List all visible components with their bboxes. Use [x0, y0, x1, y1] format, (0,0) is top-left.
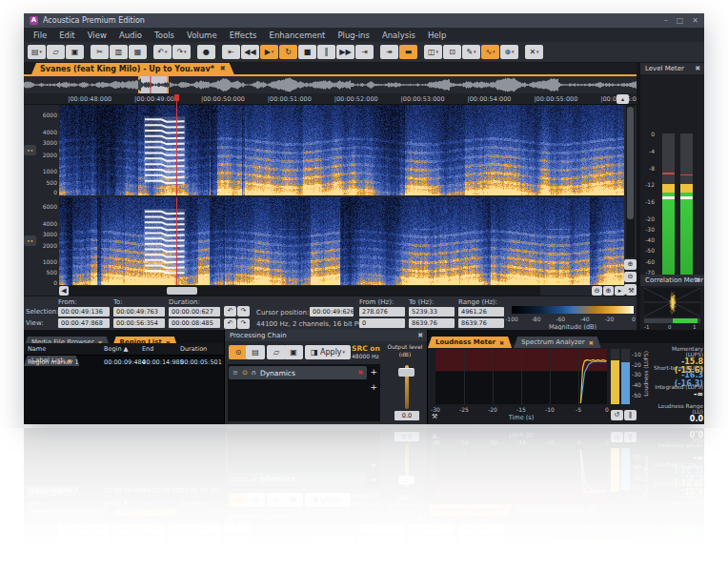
column-header-end[interactable]: End [142, 345, 153, 353]
processing-chain-close-icon[interactable]: ✖ [417, 330, 423, 341]
close-button[interactable]: ✕ [692, 13, 698, 28]
add-effect-button-2[interactable]: + [370, 382, 377, 392]
harmonic-select-tool-button[interactable]: ∿▾ [481, 45, 499, 59]
selection-to-field[interactable]: 00:00:49:763 [113, 307, 165, 317]
drag-handle-icon[interactable]: ≡ [233, 369, 238, 377]
fast-forward-button[interactable]: ▶▶ [336, 45, 354, 59]
channel-1-button[interactable]: •• [24, 145, 36, 155]
menu-view[interactable]: View [88, 31, 107, 40]
view-to-field[interactable]: 00:00:56:354 [113, 318, 165, 328]
minimize-button[interactable]: – [664, 13, 668, 28]
output-level-slider-handle[interactable] [398, 368, 415, 377]
open-file-button[interactable]: ▱ [47, 45, 65, 59]
view-redo-button[interactable]: ↷ [237, 318, 250, 329]
horizontal-scrollbar[interactable] [70, 286, 540, 296]
view-range-hz-field[interactable]: 8639.76 [458, 318, 504, 328]
view-from-field[interactable]: 00:00:47:868 [58, 318, 110, 328]
skip-start-button[interactable]: ⇤ [222, 45, 240, 59]
tab-close-icon[interactable]: ✖ [499, 339, 504, 346]
new-file-dropdown-icon[interactable]: ▾ [40, 50, 43, 54]
apply-button[interactable]: ◨ Apply▾ [305, 345, 351, 359]
column-header-begin[interactable]: Begin ▲ [104, 345, 129, 353]
loudness-pause-button[interactable]: ‖ [624, 410, 637, 420]
tab-close-icon[interactable]: ✖ [589, 339, 594, 346]
redo-dropdown-icon[interactable]: ▾ [184, 50, 187, 54]
waveform-overview[interactable] [24, 76, 637, 93]
ruler-options-button[interactable]: ▴ [617, 94, 629, 104]
correlation-meter-close-icon[interactable]: ✖ [695, 275, 700, 286]
scroll-left-button[interactable]: ◀ [59, 286, 69, 296]
selection-from-field[interactable]: 00:00:49:136 [58, 307, 110, 317]
zoom-tool-button[interactable]: ⊕▾ [500, 45, 518, 59]
tab-spectrum-analyzer[interactable]: Spectrum Analyzer✖ [514, 337, 601, 348]
selection-undo-button[interactable]: ↶ [224, 306, 236, 317]
menu-tools[interactable]: Tools [154, 31, 174, 40]
menu-edit[interactable]: Edit [59, 31, 74, 40]
menu-volume[interactable]: Volume [187, 31, 217, 40]
time-select-tool-button[interactable]: ◫▾ [424, 45, 442, 59]
menu-effects[interactable]: Effects [230, 31, 257, 40]
stop-button[interactable]: ■ [298, 45, 316, 59]
scroll-right-button[interactable]: ▸ [615, 286, 625, 296]
tab-loudness-meter[interactable]: Loudness Meter✖ [428, 337, 512, 348]
cursor-position-field[interactable]: 00:00:49:626 [310, 307, 354, 317]
view-from-hz-field[interactable]: 0 [359, 318, 405, 328]
maximize-button[interactable]: □ [677, 13, 684, 28]
output-level-value[interactable]: 0.0 [394, 411, 419, 420]
column-header-name[interactable]: Name [28, 345, 46, 353]
loudness-reset-button[interactable]: ↺ [611, 410, 623, 420]
spectrogram-channel-2[interactable] [59, 197, 624, 285]
range-hz-field[interactable]: 4961.26 [458, 307, 504, 317]
menu-help[interactable]: Help [428, 31, 446, 40]
playhead-cursor-flag[interactable] [174, 94, 179, 101]
paste-button[interactable]: ▦ [129, 45, 147, 59]
view-duration-field[interactable]: 00:00:08:485 [169, 318, 220, 328]
add-effect-button[interactable]: + [370, 367, 377, 377]
play-button[interactable]: ▶▾ [260, 45, 278, 59]
undo-dropdown-icon[interactable]: ▾ [165, 50, 168, 54]
multi-tool-dropdown-icon[interactable]: ▾ [536, 50, 539, 54]
selection-redo-button[interactable]: ↷ [237, 306, 250, 317]
tab-close-icon[interactable]: ✖ [220, 65, 226, 72]
level-meter-close-icon[interactable]: ✖ [695, 63, 700, 74]
region-cell[interactable]: 00:00:14:985 [142, 358, 184, 366]
spectral-view-button[interactable]: ▬ [399, 45, 417, 59]
redo-button[interactable]: ↷▾ [172, 45, 191, 59]
channel-2-button[interactable]: •• [24, 235, 36, 246]
document-tab[interactable]: Svanes (feat King Milo) - Up to You.wav*… [31, 63, 234, 74]
effect-power-icon[interactable]: ⊙ [242, 369, 248, 377]
play-dropdown-icon[interactable]: ▾ [272, 50, 274, 54]
loudness-wrench-icon[interactable]: ⚒ [432, 413, 437, 420]
spectrogram-settings-wrench-icon[interactable]: ⚒ [626, 286, 637, 296]
spectrogram-channel-1[interactable] [59, 105, 624, 195]
new-file-button[interactable]: ▤▾ [28, 45, 46, 59]
selection-duration-field[interactable]: 00:00:00:627 [169, 307, 220, 317]
draw-tool-button[interactable]: ✎▾ [462, 45, 480, 59]
zoom-in-vertical-button[interactable]: ⊕ [624, 259, 637, 270]
to-hz-field[interactable]: 5239.33 [409, 307, 455, 317]
headphones-icon[interactable]: ∩ [252, 369, 256, 377]
zoom-tool-dropdown-icon[interactable]: ▾ [512, 50, 515, 54]
rewind-button[interactable]: ◀◀ [241, 45, 259, 59]
region-cell[interactable]: Region marker 1 [28, 358, 79, 366]
record-button[interactable]: ● [197, 45, 215, 59]
remove-effect-icon[interactable]: ✖ [357, 369, 363, 377]
column-header-duration[interactable]: Duration [180, 345, 207, 353]
harmonic-select-tool-dropdown-icon[interactable]: ▾ [493, 50, 495, 54]
region-cell[interactable]: 00:00:05:501 [180, 358, 222, 366]
time-ruler[interactable]: |00:00:48:000|00:00:49:000|00:00:50:000|… [24, 93, 637, 105]
copy-button[interactable]: ▥ [110, 45, 128, 59]
save-button[interactable]: ▣ [66, 45, 84, 59]
chain-power-button[interactable]: ⊙ [229, 345, 248, 359]
cut-button[interactable]: ✂ [91, 45, 109, 59]
undo-button[interactable]: ↶▾ [153, 45, 172, 59]
menu-audio[interactable]: Audio [119, 31, 142, 40]
menu-enhancement[interactable]: Enhancement [270, 31, 326, 40]
from-hz-field[interactable]: 278.076 [359, 307, 405, 317]
zoom-out-button[interactable]: ⊖ [592, 286, 602, 296]
effect-row-dynamics[interactable]: ≡ ⊙ ∩ Dynamics ✖ [229, 366, 367, 379]
pause-button[interactable]: ‖ [317, 45, 335, 59]
chain-open-button[interactable]: ▱ [267, 345, 286, 359]
multi-tool-button[interactable]: ✕▾ [525, 45, 543, 59]
region-cell[interactable]: 00:00:09:484 [104, 358, 146, 366]
